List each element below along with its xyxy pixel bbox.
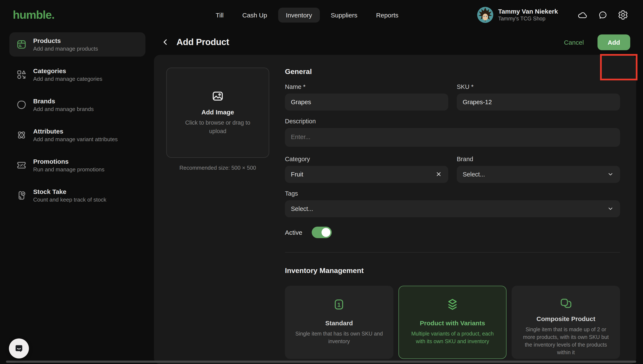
tags-label: Tags [285, 190, 620, 197]
composite-linked-blocks-icon [559, 297, 572, 311]
chevron-down-icon [606, 205, 614, 212]
general-section-heading: General [285, 68, 620, 76]
sidebar-item-promotions[interactable]: Promotions Run and manage promotions [9, 153, 146, 177]
inventory-option-composite-product[interactable]: Composite Product Single item that is ma… [512, 286, 620, 359]
sidebar-item-title: Promotions [33, 158, 104, 165]
sidebar-item-desc: Add and manage categories [33, 76, 102, 82]
inventory-option-desc: Single item that has its own SKU and inv… [293, 330, 385, 346]
brand-field-group: Brand Select... [457, 156, 620, 183]
user-shop-name: Tammy's TCG Shop [498, 16, 558, 22]
inventory-option-product-with-variants[interactable]: Product with Variants Multiple variants … [398, 286, 506, 359]
category-label: Category [285, 156, 448, 162]
svg-text:1: 1 [338, 301, 341, 308]
nav-item-inventory[interactable]: Inventory [278, 8, 320, 22]
inventory-option-title: Product with Variants [406, 319, 498, 326]
horizontal-scrollbar[interactable] [6, 360, 636, 363]
top-navigation: Till Cash Up Inventory Suppliers Reports [208, 8, 406, 22]
inventory-option-title: Composite Product [520, 315, 612, 322]
sidebar: Products Add and manage products Categor… [0, 30, 154, 364]
active-toggle-row: Active [285, 226, 620, 238]
sidebar-item-desc: Count and keep track of stock [33, 196, 106, 203]
category-field-group: Category Fruit [285, 156, 448, 183]
user-name: Tammy Van Niekerk [498, 8, 558, 16]
variants-layers-icon [446, 297, 459, 312]
toggle-knob [322, 228, 330, 237]
avatar[interactable] [477, 7, 494, 23]
back-button[interactable] [159, 36, 172, 49]
inventory-option-desc: Multiple variants of a product, each wit… [406, 330, 498, 346]
messages-button[interactable] [595, 8, 610, 22]
attributes-atom-icon [16, 130, 27, 140]
brand-placeholder: Select... [463, 171, 606, 178]
humble-logo: humble. [13, 8, 54, 22]
inventory-option-text: Composite Product Single item that is ma… [520, 311, 612, 356]
chat-launcher-button[interactable] [9, 338, 29, 358]
description-field-group: Description [285, 118, 620, 148]
active-toggle[interactable] [312, 226, 332, 238]
products-box-icon [16, 39, 27, 50]
category-select[interactable]: Fruit [285, 166, 448, 183]
nav-item-reports[interactable]: Reports [368, 8, 406, 22]
sku-input[interactable] [457, 93, 620, 110]
name-field-group: Name * [285, 83, 448, 110]
brand-select[interactable]: Select... [457, 166, 620, 183]
tags-placeholder: Select... [291, 205, 606, 212]
sku-field-group: SKU * [457, 83, 620, 110]
form-column: General Name * SKU * Description [285, 68, 620, 364]
inventory-option-title: Standard [293, 319, 385, 326]
description-input[interactable] [285, 128, 620, 146]
sidebar-item-title: Stock Take [33, 188, 106, 195]
page-header: Add Product Cancel Add [154, 30, 643, 55]
standard-single-item-icon: 1 [332, 297, 346, 312]
image-icon [211, 90, 224, 102]
sidebar-item-categories[interactable]: Categories Add and manage categories [9, 62, 146, 87]
settings-button[interactable] [616, 8, 630, 22]
add-button[interactable]: Add [598, 34, 630, 50]
image-upload-column: Add Image Click to browse or drag to upl… [166, 68, 269, 364]
sidebar-item-products[interactable]: Products Add and manage products [9, 32, 146, 56]
sidebar-item-brands[interactable]: Brands Add and manage brands [9, 93, 146, 117]
sidebar-item-text: Products Add and manage products [33, 37, 98, 52]
cloud-icon [577, 10, 587, 20]
upload-size-hint: Recommended size: 500 × 500 [166, 164, 269, 171]
category-selected-value: Fruit [291, 171, 434, 178]
stock-take-checklist-icon [16, 190, 27, 201]
header-actions: Cancel Add [564, 34, 630, 50]
sidebar-item-desc: Add and manage brands [33, 106, 94, 112]
sidebar-item-stock-take[interactable]: Stock Take Count and keep track of stock [9, 183, 146, 208]
user-cluster: Tammy Van Niekerk Tammy's TCG Shop [477, 7, 630, 23]
tags-field-group: Tags Select... [285, 190, 620, 217]
sidebar-item-text: Brands Add and manage brands [33, 98, 94, 112]
clear-category-button[interactable] [434, 170, 442, 178]
nav-item-till[interactable]: Till [208, 8, 231, 22]
inventory-type-options: 1 Standard Single item that has its own … [285, 286, 620, 359]
user-info: Tammy Van Niekerk Tammy's TCG Shop [498, 8, 558, 22]
inventory-section-heading: Inventory Management [285, 266, 620, 275]
sidebar-item-desc: Add and manage products [33, 46, 98, 52]
upload-subtitle: Click to browse or drag to upload [176, 119, 260, 135]
chat-bubble-icon [598, 10, 608, 20]
section-divider [285, 252, 620, 252]
brand-label: Brand [457, 156, 620, 162]
nav-item-cash-up[interactable]: Cash Up [234, 8, 275, 22]
sidebar-item-attributes[interactable]: Attributes Add and manage variant attrib… [9, 123, 146, 147]
add-product-form-card: Add Image Click to browse or drag to upl… [154, 55, 636, 364]
upload-title: Add Image [201, 108, 234, 116]
sidebar-item-title: Attributes [33, 128, 118, 135]
cancel-button[interactable]: Cancel [564, 39, 584, 46]
sidebar-item-title: Products [33, 37, 98, 44]
sync-button[interactable] [575, 8, 590, 22]
app-window: humble. Till Cash Up Inventory Suppliers… [0, 0, 643, 364]
promotions-ticket-icon [16, 160, 27, 171]
name-label: Name * [285, 83, 448, 90]
sidebar-item-desc: Add and manage variant attributes [33, 136, 118, 142]
tags-select[interactable]: Select... [285, 200, 620, 217]
image-upload-dropzone[interactable]: Add Image Click to browse or drag to upl… [166, 68, 269, 158]
gear-icon [618, 10, 628, 20]
inventory-option-standard[interactable]: 1 Standard Single item that has its own … [285, 286, 393, 359]
name-input[interactable] [285, 93, 448, 110]
x-close-icon [435, 171, 442, 177]
nav-item-suppliers[interactable]: Suppliers [323, 8, 365, 22]
active-label: Active [285, 228, 302, 236]
sidebar-item-text: Stock Take Count and keep track of stock [33, 188, 106, 203]
